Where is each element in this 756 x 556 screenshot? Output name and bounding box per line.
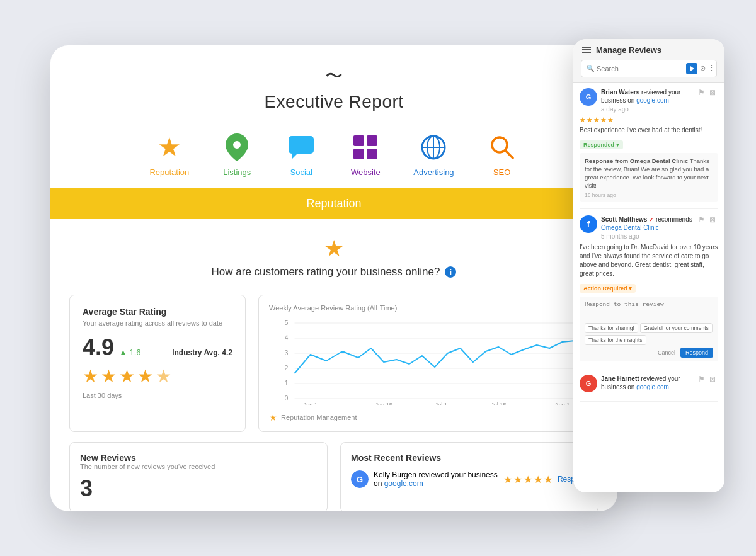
phone-review-3: G Jane Harnett reviewed your business on… (580, 375, 718, 402)
stat-card-subtitle: Your average rating across all reviews t… (83, 319, 232, 327)
review-actions-jane: ⚑ ⊠ (698, 375, 718, 383)
flag-icon-2[interactable]: ⚑ (698, 215, 707, 224)
review-entry-info: Kelly Burgen reviewed your business on g… (374, 470, 498, 488)
response-box-brian: Response from Omega Dental Clinic Thanks… (580, 153, 718, 202)
svg-text:Jun 1: Jun 1 (304, 402, 318, 405)
svg-marker-31 (690, 66, 694, 71)
reviews-row: New Reviews The number of new reviews yo… (69, 442, 598, 511)
nav-item-social[interactable]: Social (285, 131, 318, 177)
quick-replies: Thanks for sharing! Grateful for your co… (585, 323, 713, 345)
review-platform-scott: Omega Dental Clinic (601, 224, 659, 231)
action-required-badge[interactable]: Action Required ▾ (580, 284, 636, 293)
svg-text:2: 2 (285, 365, 289, 372)
reviewer-name-scott: Scott Matthews (601, 216, 647, 223)
report-title: Executive Report (63, 92, 605, 112)
options-icon[interactable]: ⋮ (708, 64, 715, 72)
nav-item-listings[interactable]: Listings (220, 131, 253, 177)
reply-input-area: Thanks for sharing! Grateful for your co… (580, 297, 718, 361)
review-meta-jane: Jane Harnett reviewed your business on g… (601, 375, 694, 391)
svg-text:Jun 15: Jun 15 (375, 402, 392, 405)
svg-line-11 (505, 150, 513, 158)
most-recent-card: Most Recent Reviews G Kelly Burgen revie… (340, 442, 598, 511)
new-reviews-subtitle: The number of new reviews you've receive… (80, 463, 317, 470)
chart-svg: 5 4 3 2 1 0 Jun 1 Jun 15 Jul 1 Jul 15 Au… (269, 317, 588, 405)
review-entry: G Kelly Burgen reviewed your business on… (351, 463, 588, 496)
flag-icon-3[interactable]: ⚑ (698, 375, 707, 383)
share-icon-2[interactable]: ⊠ (709, 215, 718, 224)
share-icon-3[interactable]: ⊠ (709, 375, 718, 383)
nav-label-listings: Listings (223, 167, 251, 177)
cancel-reply-button[interactable]: Cancel (655, 348, 678, 358)
quick-reply-insights[interactable]: Thanks for the insights (585, 335, 646, 345)
nav-item-advertising[interactable]: Advertising (413, 131, 454, 177)
reply-textarea[interactable] (585, 300, 713, 318)
svg-rect-3 (367, 135, 377, 146)
svg-text:Jul 1: Jul 1 (435, 402, 447, 405)
hamburger-menu[interactable] (581, 45, 592, 54)
grid-icon (349, 131, 382, 164)
industry-avg: Industry Avg. 4.2 (172, 348, 232, 357)
svg-marker-1 (292, 154, 297, 159)
svg-rect-5 (367, 149, 377, 159)
avatar-scott: f (580, 215, 597, 233)
svg-text:5: 5 (285, 319, 289, 326)
avatar-brian: G (580, 88, 597, 106)
svg-text:1: 1 (285, 380, 289, 387)
search-actions: ⊙ ⋮ (686, 63, 715, 74)
chart-icon: 〜 (63, 64, 605, 88)
review-actions-brian: ⚑ ⊠ (698, 88, 718, 97)
phone-search-bar[interactable]: 🔍 ⊙ ⋮ (581, 60, 717, 77)
stats-row: Average Star Rating Your average rating … (69, 295, 598, 432)
review-platform-jane: google.com (636, 383, 669, 390)
share-icon[interactable]: ⊠ (709, 88, 718, 97)
svg-rect-4 (353, 149, 364, 159)
svg-text:Jul 15: Jul 15 (491, 402, 506, 405)
svg-text:Aug 1: Aug 1 (555, 402, 570, 405)
rating-change: ▲ 1.6 (119, 348, 141, 357)
rating-stars: ★ ★ ★ ★ ★ (83, 366, 232, 387)
chart-footer-star-icon: ★ (269, 412, 277, 423)
reply-actions: Cancel Respond (585, 348, 713, 358)
flag-icon[interactable]: ⚑ (698, 88, 707, 97)
review-entry-stars: ★★★★★ (503, 474, 553, 485)
svg-text:G: G (357, 475, 363, 484)
review-stars-brian: ★★★★★ (580, 116, 718, 124)
info-icon[interactable]: i (445, 266, 456, 278)
filter-icon[interactable]: ⊙ (700, 64, 706, 72)
review-platform-link[interactable]: google.com (384, 479, 423, 488)
content-area: ★ How are customers rating your business… (50, 224, 617, 511)
quick-reply-sharing[interactable]: Thanks for sharing! (585, 323, 638, 333)
svg-text:3: 3 (285, 349, 289, 356)
nav-label-advertising: Advertising (413, 167, 454, 177)
respond-reply-button[interactable]: Respond (680, 348, 713, 358)
chart-footer-label: Reputation Management (281, 414, 357, 421)
avatar-jane: G (580, 375, 597, 392)
section-star-icon: ★ (69, 235, 598, 262)
last-30-label: Last 30 days (83, 392, 232, 399)
search-input[interactable] (597, 65, 684, 72)
svg-text:4: 4 (285, 334, 289, 341)
nav-item-reputation[interactable]: ★ Reputation (149, 131, 189, 177)
nav-item-seo[interactable]: SEO (486, 131, 518, 177)
report-header: 〜 Executive Report (50, 45, 617, 118)
review-platform-brian: google.com (636, 97, 669, 104)
chart-title: Weekly Average Review Rating (All-Time) (269, 304, 588, 312)
new-reviews-title: New Reviews (80, 453, 317, 463)
search-submit-button[interactable] (686, 63, 697, 74)
reputation-banner[interactable]: Reputation (50, 188, 617, 219)
section-header: ★ How are customers rating your business… (69, 224, 598, 288)
nav-label-website: Website (351, 167, 381, 177)
phone-title: Manage Reviews (596, 45, 662, 55)
verified-icon: ✔ (649, 217, 654, 223)
review-meta-brian: Brian Waters reviewed your business on g… (601, 88, 694, 113)
search-icon-nav (486, 131, 518, 164)
phone-review-2: f Scott Matthews ✔ recommends Omega Dent… (580, 215, 718, 369)
reviewer-name-brian: Brian Waters (601, 89, 639, 96)
big-rating: 4.9 (83, 334, 114, 361)
quick-reply-comments[interactable]: Grateful for your comments (640, 323, 713, 333)
reviewer-name: Kelly Burgen (374, 470, 416, 479)
phone-overlay: Manage Reviews 🔍 ⊙ ⋮ G (573, 39, 724, 492)
nav-item-website[interactable]: Website (349, 131, 382, 177)
review-time-brian: a day ago (601, 105, 694, 113)
responded-badge[interactable]: Responded ▾ (580, 140, 623, 149)
